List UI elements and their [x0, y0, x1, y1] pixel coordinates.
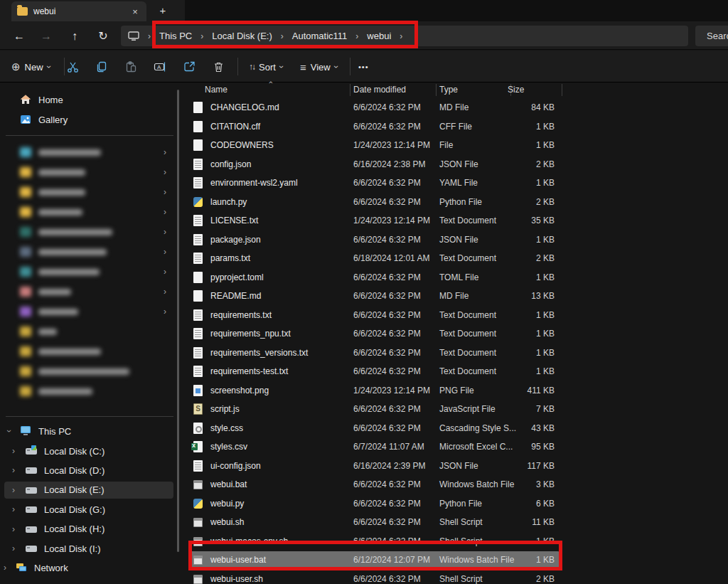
- column-header-name[interactable]: Name: [205, 85, 228, 95]
- file-row[interactable]: requirements_versions.txt 6/6/2024 6:32 …: [179, 344, 563, 363]
- chevron-right-icon[interactable]: ›: [164, 147, 166, 157]
- sidebar-pinned-item[interactable]: [4, 343, 173, 360]
- paste-button[interactable]: [119, 56, 143, 78]
- file-row[interactable]: script.js 6/6/2024 6:32 PM JavaScript Fi…: [179, 400, 563, 419]
- sidebar-pinned-item[interactable]: ›: [4, 144, 173, 161]
- refresh-button[interactable]: ↻: [94, 27, 112, 46]
- file-row[interactable]: CODEOWNERS 1/24/2023 12:14 PM File 1 KB: [179, 136, 563, 155]
- file-row[interactable]: ui-config.json 6/16/2024 2:39 PM JSON Fi…: [179, 457, 563, 476]
- sidebar-pinned-item[interactable]: ›: [4, 283, 173, 300]
- sidebar-pinned-item[interactable]: [4, 383, 173, 400]
- chevron-right-icon[interactable]: ›: [164, 187, 166, 197]
- chevron-collapsed-icon[interactable]: ›: [9, 465, 18, 475]
- sidebar-pinned-item[interactable]: ›: [4, 263, 173, 280]
- column-header-type[interactable]: Type: [439, 85, 458, 95]
- sidebar-pinned-item[interactable]: ›: [4, 243, 173, 260]
- file-row[interactable]: launch.py 6/6/2024 6:32 PM Python File 2…: [179, 193, 563, 212]
- file-row[interactable]: webui-user.bat 6/12/2024 12:07 PM Window…: [179, 551, 563, 570]
- file-row[interactable]: requirements_npu.txt 6/6/2024 6:32 PM Te…: [179, 324, 563, 344]
- file-row[interactable]: screenshot.png 1/24/2023 12:14 PM PNG Fi…: [179, 381, 563, 400]
- chevron-right-icon[interactable]: ›: [164, 307, 166, 317]
- column-divider[interactable]: [436, 84, 437, 96]
- drive-label: Local Disk (D:): [44, 465, 105, 476]
- sidebar-item-home[interactable]: Home: [4, 91, 173, 108]
- file-row[interactable]: webui.bat 6/6/2024 6:32 PM Windows Batch…: [179, 475, 563, 494]
- rename-button[interactable]: A: [148, 56, 172, 78]
- chevron-collapsed-icon[interactable]: ›: [9, 524, 18, 534]
- sidebar-item-drive[interactable]: ›Local Disk (E:): [4, 482, 173, 499]
- cut-button[interactable]: [60, 56, 85, 78]
- file-row[interactable]: requirements-test.txt 6/6/2024 6:32 PM T…: [179, 362, 563, 381]
- sidebar-pinned-item[interactable]: [4, 363, 173, 380]
- breadcrumb-item[interactable]: Local Disk (E:): [209, 31, 275, 41]
- share-button[interactable]: [177, 56, 201, 78]
- column-header-date[interactable]: Date modified: [353, 85, 406, 95]
- file-name: CHANGELOG.md: [210, 102, 279, 112]
- new-button[interactable]: ⊕ New ›: [11, 56, 50, 78]
- sidebar-item-gallery[interactable]: Gallery: [4, 111, 173, 128]
- column-header-size[interactable]: Size: [508, 85, 524, 95]
- sidebar-pinned-item[interactable]: ›: [4, 164, 173, 181]
- explorer-tab[interactable]: webui ×: [11, 1, 146, 21]
- sidebar-pinned-item[interactable]: ›: [4, 223, 173, 240]
- file-row[interactable]: styles.csv 6/7/2024 11:07 AM Microsoft E…: [179, 437, 563, 457]
- file-row[interactable]: webui.sh 6/6/2024 6:32 PM Shell Script 1…: [179, 513, 563, 532]
- file-row[interactable]: requirements.txt 6/6/2024 6:32 PM Text D…: [179, 306, 563, 325]
- view-button[interactable]: ≡ View ›: [300, 56, 338, 78]
- file-row[interactable]: params.txt 6/18/2024 12:01 AM Text Docum…: [179, 249, 563, 268]
- file-row[interactable]: CITATION.cff 6/6/2024 6:32 PM CFF File 1…: [179, 117, 563, 137]
- chevron-right-icon[interactable]: ›: [164, 227, 166, 237]
- chevron-expanded-icon[interactable]: ›: [4, 426, 14, 436]
- chevron-right-icon[interactable]: ›: [164, 267, 166, 277]
- file-row[interactable]: config.json 6/16/2024 2:38 PM JSON File …: [179, 155, 563, 174]
- new-tab-button[interactable]: +: [155, 3, 171, 18]
- forward-button[interactable]: →: [37, 27, 55, 46]
- breadcrumb-item[interactable]: webui: [364, 31, 394, 41]
- column-divider[interactable]: [562, 84, 562, 96]
- address-bar[interactable]: › This PC›Local Disk (E:)›Automatic111›w…: [121, 26, 688, 46]
- chevron-right-icon[interactable]: ›: [164, 167, 166, 177]
- file-row[interactable]: pyproject.toml 6/6/2024 6:32 PM TOML Fil…: [179, 268, 563, 287]
- sort-button[interactable]: ↑↓ Sort ›: [249, 56, 283, 78]
- sidebar-item-drive[interactable]: ›Local Disk (G:): [4, 501, 173, 518]
- file-row[interactable]: LICENSE.txt 1/24/2023 12:14 PM Text Docu…: [179, 211, 563, 230]
- file-row[interactable]: environment-wsl2.yaml 6/6/2024 6:32 PM Y…: [179, 174, 563, 193]
- sidebar-item-this-pc[interactable]: › This PC: [4, 423, 173, 440]
- sidebar-pinned-item[interactable]: ›: [4, 184, 173, 201]
- see-more-button[interactable]: •••: [358, 56, 369, 78]
- chevron-right-icon[interactable]: ›: [164, 247, 166, 257]
- sidebar-pinned-item[interactable]: ›: [4, 203, 173, 221]
- sidebar-item-drive[interactable]: ›Local Disk (I:): [4, 540, 173, 557]
- delete-button[interactable]: [206, 56, 230, 78]
- back-button[interactable]: ←: [10, 27, 28, 46]
- file-row[interactable]: README.md 6/6/2024 6:32 PM MD File 13 KB: [179, 287, 563, 306]
- chevron-collapsed-icon[interactable]: ›: [9, 446, 18, 456]
- sidebar-item-drive[interactable]: ›Local Disk (C:): [4, 442, 173, 460]
- sidebar-pinned-item[interactable]: [4, 323, 173, 340]
- file-size: 13 KB: [492, 291, 555, 301]
- breadcrumb-item[interactable]: Automatic111: [289, 31, 350, 41]
- tab-close-icon[interactable]: ×: [129, 6, 141, 17]
- file-row[interactable]: CHANGELOG.md 6/6/2024 6:32 PM MD File 84…: [179, 98, 563, 117]
- column-divider[interactable]: [350, 84, 350, 96]
- chevron-collapsed-icon[interactable]: ›: [9, 485, 18, 495]
- sidebar-pinned-item[interactable]: ›: [4, 303, 173, 320]
- chevron-right-icon[interactable]: ›: [164, 207, 166, 217]
- breadcrumb-item[interactable]: This PC: [156, 31, 195, 41]
- file-row[interactable]: style.css 6/6/2024 6:32 PM Cascading Sty…: [179, 419, 563, 438]
- chevron-collapsed-icon[interactable]: ›: [9, 504, 18, 514]
- search-input[interactable]: Search: [695, 26, 728, 46]
- file-row[interactable]: webui-user.sh 6/6/2024 6:32 PM Shell Scr…: [179, 570, 563, 584]
- sidebar-item-drive[interactable]: ›Local Disk (H:): [4, 521, 173, 538]
- chevron-collapsed-icon[interactable]: ›: [9, 543, 18, 553]
- sidebar-item-network[interactable]: › Network: [4, 559, 173, 576]
- chevron-right-icon[interactable]: ›: [164, 287, 166, 297]
- sidebar-item-drive[interactable]: ›Local Disk (D:): [4, 462, 173, 479]
- chevron-collapsed-icon[interactable]: ›: [0, 563, 10, 573]
- file-row[interactable]: package.json 6/6/2024 6:32 PM JSON File …: [179, 230, 563, 250]
- up-button[interactable]: ↑: [65, 27, 84, 46]
- file-row[interactable]: webui-macos-env.sh 6/6/2024 6:32 PM Shel…: [179, 532, 563, 551]
- file-row[interactable]: webui.py 6/6/2024 6:32 PM Python File 6 …: [179, 494, 563, 514]
- file-size: 84 KB: [492, 102, 555, 112]
- copy-button[interactable]: [90, 56, 114, 78]
